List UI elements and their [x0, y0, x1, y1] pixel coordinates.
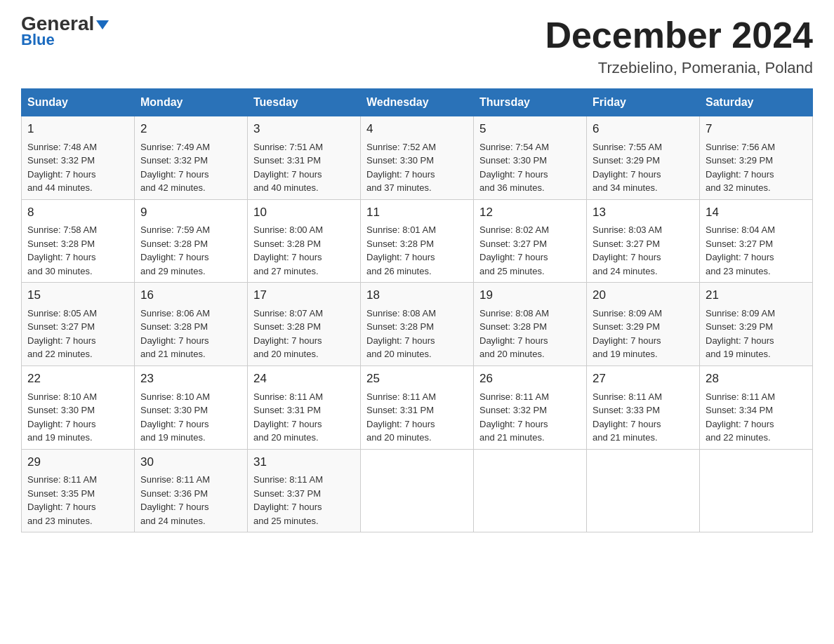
day-number: 18: [366, 287, 468, 304]
calendar-cell: [587, 449, 700, 532]
calendar-cell: 9Sunrise: 7:59 AMSunset: 3:28 PMDaylight…: [135, 199, 248, 283]
day-info: Sunrise: 8:11 AMSunset: 3:32 PMDaylight:…: [479, 390, 581, 445]
header-sunday: Sunday: [22, 89, 135, 116]
calendar-cell: [474, 449, 587, 532]
calendar-cell: 15Sunrise: 8:05 AMSunset: 3:27 PMDayligh…: [22, 283, 135, 366]
day-number: 12: [479, 204, 581, 222]
day-info: Sunrise: 8:11 AMSunset: 3:36 PMDaylight:…: [140, 473, 241, 528]
day-number: 16: [140, 287, 241, 304]
calendar-cell: 24Sunrise: 8:11 AMSunset: 3:31 PMDayligh…: [248, 365, 361, 449]
day-info: Sunrise: 8:10 AMSunset: 3:30 PMDaylight:…: [27, 390, 128, 445]
day-info: Sunrise: 8:09 AMSunset: 3:29 PMDaylight:…: [706, 307, 807, 361]
day-info: Sunrise: 8:09 AMSunset: 3:29 PMDaylight:…: [593, 307, 694, 361]
calendar-cell: [361, 449, 474, 532]
calendar-cell: 2Sunrise: 7:49 AMSunset: 3:32 PMDaylight…: [135, 116, 248, 200]
calendar-cell: 10Sunrise: 8:00 AMSunset: 3:28 PMDayligh…: [248, 199, 361, 283]
day-number: 24: [253, 370, 355, 388]
day-number: 30: [140, 454, 241, 471]
day-info: Sunrise: 8:11 AMSunset: 3:33 PMDaylight:…: [593, 390, 694, 445]
calendar-cell: 26Sunrise: 8:11 AMSunset: 3:32 PMDayligh…: [474, 365, 587, 449]
day-number: 8: [27, 204, 128, 222]
day-info: Sunrise: 8:10 AMSunset: 3:30 PMDaylight:…: [140, 390, 241, 445]
day-info: Sunrise: 8:11 AMSunset: 3:34 PMDaylight:…: [706, 390, 807, 445]
calendar-cell: 3Sunrise: 7:51 AMSunset: 3:31 PMDaylight…: [248, 116, 361, 200]
calendar-week-row: 15Sunrise: 8:05 AMSunset: 3:27 PMDayligh…: [22, 283, 813, 366]
header-tuesday: Tuesday: [248, 89, 361, 116]
calendar-cell: 20Sunrise: 8:09 AMSunset: 3:29 PMDayligh…: [587, 283, 700, 366]
title-block: December 2024 Trzebielino, Pomerania, Po…: [545, 14, 813, 77]
calendar-cell: 18Sunrise: 8:08 AMSunset: 3:28 PMDayligh…: [361, 283, 474, 366]
calendar-cell: 5Sunrise: 7:54 AMSunset: 3:30 PMDaylight…: [474, 116, 587, 200]
calendar-cell: 6Sunrise: 7:55 AMSunset: 3:29 PMDaylight…: [587, 116, 700, 200]
day-number: 15: [27, 287, 128, 304]
day-info: Sunrise: 8:01 AMSunset: 3:28 PMDaylight:…: [366, 223, 468, 278]
calendar-week-row: 22Sunrise: 8:10 AMSunset: 3:30 PMDayligh…: [22, 365, 813, 449]
calendar-cell: 13Sunrise: 8:03 AMSunset: 3:27 PMDayligh…: [587, 199, 700, 283]
calendar-cell: 25Sunrise: 8:11 AMSunset: 3:31 PMDayligh…: [361, 365, 474, 449]
calendar-cell: 30Sunrise: 8:11 AMSunset: 3:36 PMDayligh…: [135, 449, 248, 532]
day-number: 3: [253, 121, 355, 138]
header-friday: Friday: [587, 89, 700, 116]
day-info: Sunrise: 7:56 AMSunset: 3:29 PMDaylight:…: [706, 140, 807, 195]
calendar-cell: 19Sunrise: 8:08 AMSunset: 3:28 PMDayligh…: [474, 283, 587, 366]
calendar-cell: 28Sunrise: 8:11 AMSunset: 3:34 PMDayligh…: [700, 365, 813, 449]
calendar-header-row: SundayMondayTuesdayWednesdayThursdayFrid…: [22, 89, 813, 116]
day-info: Sunrise: 8:04 AMSunset: 3:27 PMDaylight:…: [706, 223, 807, 278]
logo-triangle-icon: [96, 20, 109, 29]
day-info: Sunrise: 8:02 AMSunset: 3:27 PMDaylight:…: [479, 223, 581, 278]
calendar-cell: 12Sunrise: 8:02 AMSunset: 3:27 PMDayligh…: [474, 199, 587, 283]
day-info: Sunrise: 7:51 AMSunset: 3:31 PMDaylight:…: [253, 140, 355, 195]
day-info: Sunrise: 7:48 AMSunset: 3:32 PMDaylight:…: [27, 140, 128, 195]
calendar-cell: 23Sunrise: 8:10 AMSunset: 3:30 PMDayligh…: [135, 365, 248, 449]
day-number: 9: [140, 204, 241, 222]
day-number: 28: [706, 370, 807, 388]
day-number: 7: [706, 121, 807, 138]
day-info: Sunrise: 8:08 AMSunset: 3:28 PMDaylight:…: [479, 307, 581, 361]
day-info: Sunrise: 7:49 AMSunset: 3:32 PMDaylight:…: [140, 140, 241, 195]
day-number: 31: [253, 454, 355, 471]
day-number: 10: [253, 204, 355, 222]
day-info: Sunrise: 8:06 AMSunset: 3:28 PMDaylight:…: [140, 307, 241, 361]
day-info: Sunrise: 8:08 AMSunset: 3:28 PMDaylight:…: [366, 307, 468, 361]
day-number: 17: [253, 287, 355, 304]
day-number: 22: [27, 370, 128, 388]
day-number: 4: [366, 121, 468, 138]
day-number: 2: [140, 121, 241, 138]
day-number: 6: [593, 121, 694, 138]
day-number: 27: [593, 370, 694, 388]
logo: General Blue: [21, 14, 109, 49]
day-number: 26: [479, 370, 581, 388]
calendar-title: December 2024: [545, 14, 813, 56]
calendar-cell: 27Sunrise: 8:11 AMSunset: 3:33 PMDayligh…: [587, 365, 700, 449]
day-info: Sunrise: 8:05 AMSunset: 3:27 PMDaylight:…: [27, 307, 128, 361]
day-info: Sunrise: 8:11 AMSunset: 3:31 PMDaylight:…: [253, 390, 355, 445]
calendar-cell: 14Sunrise: 8:04 AMSunset: 3:27 PMDayligh…: [700, 199, 813, 283]
day-info: Sunrise: 7:52 AMSunset: 3:30 PMDaylight:…: [366, 140, 468, 195]
calendar-subtitle: Trzebielino, Pomerania, Poland: [545, 59, 813, 77]
calendar-cell: 4Sunrise: 7:52 AMSunset: 3:30 PMDaylight…: [361, 116, 474, 200]
calendar-cell: 1Sunrise: 7:48 AMSunset: 3:32 PMDaylight…: [22, 116, 135, 200]
calendar-cell: 31Sunrise: 8:11 AMSunset: 3:37 PMDayligh…: [248, 449, 361, 532]
day-number: 20: [593, 287, 694, 304]
day-number: 11: [366, 204, 468, 222]
calendar-cell: 16Sunrise: 8:06 AMSunset: 3:28 PMDayligh…: [135, 283, 248, 366]
day-info: Sunrise: 8:11 AMSunset: 3:31 PMDaylight:…: [366, 390, 468, 445]
day-number: 21: [706, 287, 807, 304]
calendar-table: SundayMondayTuesdayWednesdayThursdayFrid…: [21, 88, 813, 532]
calendar-cell: 29Sunrise: 8:11 AMSunset: 3:35 PMDayligh…: [22, 449, 135, 532]
calendar-cell: 17Sunrise: 8:07 AMSunset: 3:28 PMDayligh…: [248, 283, 361, 366]
day-number: 19: [479, 287, 581, 304]
calendar-cell: 11Sunrise: 8:01 AMSunset: 3:28 PMDayligh…: [361, 199, 474, 283]
calendar-cell: 21Sunrise: 8:09 AMSunset: 3:29 PMDayligh…: [700, 283, 813, 366]
logo-blue: Blue: [21, 31, 55, 49]
day-number: 1: [27, 121, 128, 138]
day-info: Sunrise: 8:03 AMSunset: 3:27 PMDaylight:…: [593, 223, 694, 278]
day-number: 25: [366, 370, 468, 388]
calendar-cell: [700, 449, 813, 532]
calendar-week-row: 8Sunrise: 7:58 AMSunset: 3:28 PMDaylight…: [22, 199, 813, 283]
calendar-cell: 7Sunrise: 7:56 AMSunset: 3:29 PMDaylight…: [700, 116, 813, 200]
header-monday: Monday: [135, 89, 248, 116]
day-info: Sunrise: 8:00 AMSunset: 3:28 PMDaylight:…: [253, 223, 355, 278]
day-number: 23: [140, 370, 241, 388]
day-number: 14: [706, 204, 807, 222]
